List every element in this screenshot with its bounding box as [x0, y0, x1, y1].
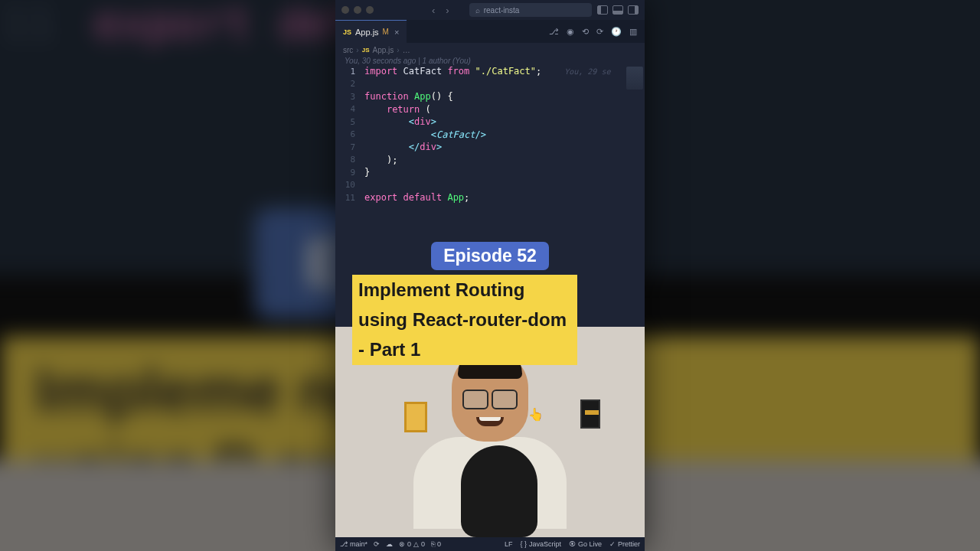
go-live-button[interactable]: ⦿ Go Live — [569, 540, 602, 548]
broadcast-icon: ⦿ — [569, 540, 576, 548]
line-content: </div> — [364, 142, 442, 152]
line-number: 11 — [335, 193, 364, 203]
tabbar: JS App.js M × ⎇ ◉ ⟲ ⟳ 🕐 ▥ — [335, 20, 645, 43]
js-icon: JS — [362, 47, 370, 54]
error-icon: ⊗ — [399, 540, 405, 548]
minimap[interactable] — [626, 67, 643, 90]
search-text: react-insta — [484, 6, 520, 15]
cloud-button[interactable]: ☁ — [386, 540, 393, 548]
video-overlay: Episode 52 Implement Routing using React… — [335, 242, 645, 365]
nav-forward-icon[interactable]: › — [446, 5, 449, 16]
language-mode[interactable]: { } JavaScript — [520, 540, 561, 548]
nav-back-icon[interactable]: ‹ — [432, 5, 435, 16]
prettier-status[interactable]: ✓ Prettier — [609, 540, 640, 548]
cloud-icon: ☁ — [386, 540, 393, 548]
vscode-window: ‹ › ⌕ react-insta JS App.js M × ⎇ ◉ ⟲ ⟳ … — [335, 0, 645, 551]
line-number: 2 — [335, 79, 364, 89]
line-content: ); — [364, 155, 397, 165]
line-number: 5 — [335, 117, 364, 127]
code-line[interactable]: 8 ); — [335, 154, 645, 167]
line-content: import CatFact from "./CatFact";You, 29 … — [364, 66, 610, 77]
line-number: 9 — [335, 168, 364, 178]
editor[interactable]: 1import CatFact from "./CatFact";You, 29… — [335, 65, 645, 267]
code-line[interactable]: 2 — [335, 78, 645, 91]
timeline-icon[interactable]: 🕐 — [611, 27, 622, 37]
traffic-close[interactable] — [341, 6, 349, 14]
code-line[interactable]: 6 <CatFact/> — [335, 129, 645, 142]
code-line[interactable]: 5 <div> — [335, 116, 645, 129]
traffic-min[interactable] — [354, 6, 361, 14]
run-next-icon[interactable]: ⟳ — [596, 27, 603, 37]
inline-blame: You, 29 se — [564, 67, 610, 76]
breadcrumb-file: App.js — [372, 46, 394, 54]
line-content: function App() { — [364, 91, 453, 102]
run-prev-icon[interactable]: ⟲ — [582, 27, 589, 37]
problems[interactable]: ⊗0 △0 — [399, 540, 425, 548]
tab-filename: App.js — [355, 28, 379, 37]
tab-modified-badge: M — [383, 28, 389, 36]
tab-close-icon[interactable]: × — [394, 28, 399, 37]
titlebar: ‹ › ⌕ react-insta — [335, 0, 645, 20]
line-content: export default App; — [364, 192, 469, 203]
toggle-sidebar-icon[interactable] — [597, 5, 608, 15]
line-number: 4 — [335, 104, 364, 114]
line-number: 7 — [335, 142, 364, 152]
branch-icon: ⎇ — [340, 540, 348, 548]
line-content: return ( — [364, 104, 431, 115]
sync-icon: ⟳ — [374, 540, 380, 548]
wall-frame-right — [580, 399, 600, 429]
breadcrumb-folder: src — [343, 46, 353, 54]
cursor-icon: 👆 — [528, 407, 544, 422]
tab-app-js[interactable]: JS App.js M × — [335, 20, 407, 43]
check-icon: ✓ — [609, 540, 616, 548]
line-number: 8 — [335, 155, 364, 165]
line-content: } — [364, 167, 370, 178]
line-number: 10 — [335, 180, 364, 190]
code-line[interactable]: 7 </div> — [335, 141, 645, 154]
line-number: 1 — [335, 67, 364, 77]
git-branch[interactable]: ⎇ main* — [340, 540, 368, 548]
warning-icon: △ — [413, 540, 419, 548]
code-line[interactable]: 4 return ( — [335, 103, 645, 116]
chevron-right-icon: › — [356, 46, 358, 54]
microphone — [461, 445, 537, 537]
code-line[interactable]: 11export default App; — [335, 191, 645, 204]
line-content: <CatFact/> — [364, 129, 486, 140]
episode-badge: Episode 52 — [431, 242, 548, 270]
git-compare-icon[interactable]: ⎇ — [549, 27, 559, 37]
line-number: 6 — [335, 129, 364, 139]
breadcrumb[interactable]: src › JS App.js › … — [335, 43, 645, 57]
line-content: <div> — [364, 116, 436, 127]
code-line[interactable]: 9} — [335, 166, 645, 179]
bg-line-num: 11 — [2, 0, 86, 48]
braces-icon: { } — [520, 540, 527, 548]
toggle-secondary-icon[interactable] — [628, 5, 639, 15]
sync-button[interactable]: ⟳ — [374, 540, 380, 548]
search-icon: ⌕ — [475, 6, 480, 15]
title-badge: Implement Routing using React-router-dom… — [352, 275, 577, 365]
eol[interactable]: LF — [505, 540, 513, 548]
toggle-panel-icon[interactable] — [612, 5, 623, 15]
statusbar: ⎇ main* ⟳ ☁ ⊗0 △0 ⎘0 LF { } JavaScript ⦿… — [335, 537, 645, 551]
breadcrumb-symbol: … — [403, 46, 410, 54]
js-icon: JS — [343, 28, 351, 36]
chevron-right-icon: › — [397, 46, 399, 54]
ports[interactable]: ⎘0 — [431, 540, 441, 548]
preview-icon[interactable]: ◉ — [567, 27, 574, 37]
command-center[interactable]: ⌕ react-insta — [469, 3, 592, 17]
code-line[interactable]: 10 — [335, 179, 645, 192]
code-line[interactable]: 1import CatFact from "./CatFact";You, 29… — [335, 65, 645, 78]
traffic-max[interactable] — [366, 6, 374, 14]
code-line[interactable]: 3function App() { — [335, 90, 645, 103]
gitlens-blame: You, 30 seconds ago | 1 author (You) — [335, 57, 645, 65]
port-icon: ⎘ — [431, 540, 435, 548]
split-editor-icon[interactable]: ▥ — [629, 27, 637, 37]
line-number: 3 — [335, 92, 364, 102]
